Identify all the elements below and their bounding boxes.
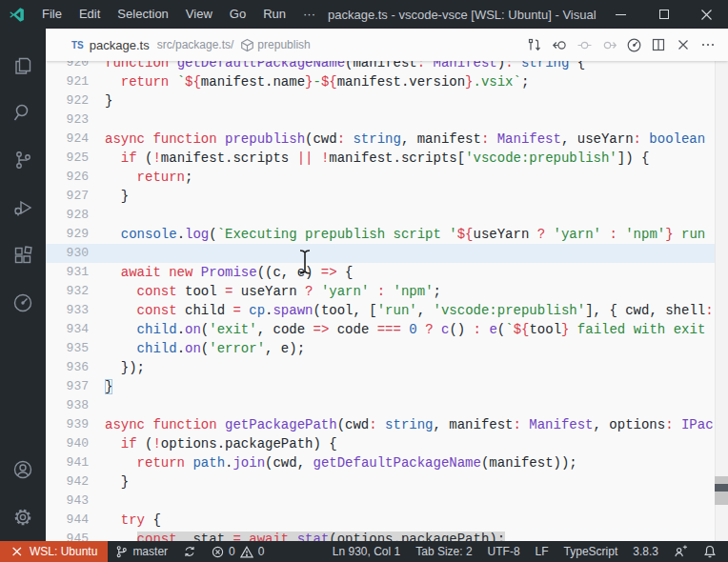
code-line-935[interactable]: 935 child.on('error', e);	[46, 339, 728, 358]
code-line-932[interactable]: 932 const tool = useYarn ? 'yarn' : 'npm…	[46, 282, 728, 301]
timer-icon[interactable]	[0, 279, 46, 327]
code-line-942[interactable]: 942 }	[46, 472, 728, 492]
code-line-934[interactable]: 934 child.on('exit', code => code === 0 …	[46, 320, 728, 339]
line-content: }	[105, 91, 728, 110]
search-icon[interactable]	[0, 89, 46, 136]
code-line-930[interactable]: 930	[46, 244, 728, 263]
code-lines: 920function getDefaultPackageName(manife…	[46, 61, 728, 541]
breadcrumb-symbol[interactable]: prepublish	[257, 38, 310, 51]
menu-edit[interactable]: Edit	[71, 0, 109, 29]
code-line-944[interactable]: 944 try {	[46, 511, 728, 530]
code-line-937[interactable]: 937}	[46, 377, 728, 396]
indentation-setting[interactable]: Tab Size: 2	[408, 541, 479, 562]
line-content: });	[105, 358, 728, 377]
settings-gear-icon[interactable]	[0, 493, 46, 541]
close-window-button[interactable]	[685, 0, 728, 29]
explorer-icon[interactable]	[0, 41, 46, 89]
minimize-icon	[616, 10, 626, 20]
code-line-927[interactable]: 927 }	[46, 187, 728, 206]
language-label: TypeScript	[564, 545, 618, 558]
warnings-count: 0	[258, 545, 265, 558]
problems-indicator[interactable]: 0 0	[204, 541, 272, 562]
editor-toolbar	[522, 32, 728, 57]
line-number: 921	[46, 72, 105, 91]
language-mode[interactable]: TypeScript	[556, 541, 626, 562]
code-line-925[interactable]: 925 if (!manifest.scripts || !manifest.s…	[46, 149, 728, 168]
extensions-icon[interactable]	[0, 231, 46, 279]
line-number: 928	[46, 206, 105, 225]
code-line-923[interactable]: 923	[46, 110, 728, 130]
code-line-924[interactable]: 924async function prepublish(cwd: string…	[46, 130, 728, 149]
line-content: function getDefaultPackageName(manifest:…	[105, 61, 728, 72]
compare-changes-icon[interactable]	[522, 32, 547, 57]
code-line-936[interactable]: 936 });	[46, 358, 728, 377]
close-editor-icon[interactable]	[671, 32, 696, 57]
run-debug-icon[interactable]	[0, 184, 46, 231]
split-editor-icon[interactable]	[646, 32, 671, 57]
git-branch-item[interactable]: master	[108, 541, 175, 562]
eol-label: LF	[536, 545, 549, 558]
eol-setting[interactable]: LF	[528, 541, 556, 562]
code-line-922[interactable]: 922}	[46, 91, 728, 110]
code-line-945[interactable]: 945 const _stat = await stat(options.pac…	[46, 530, 728, 541]
menu-selection[interactable]: Selection	[109, 0, 176, 29]
scrollbar-track[interactable]	[715, 61, 728, 541]
code-line-921[interactable]: 921 return `${manifest.name}-${manifest.…	[46, 72, 728, 91]
next-change-icon[interactable]	[597, 32, 621, 57]
minimize-button[interactable]	[599, 0, 642, 29]
line-content: return `${manifest.name}-${manifest.vers…	[105, 72, 728, 91]
code-line-926[interactable]: 926 return;	[46, 168, 728, 187]
line-number: 935	[46, 339, 105, 358]
menu-view[interactable]: View	[177, 0, 221, 29]
activity-bar	[0, 29, 46, 541]
line-number: 926	[46, 168, 105, 187]
line-number: 925	[46, 149, 105, 168]
status-bar: WSL: Ubuntu master 0 0 Ln 930, Col 1 Tab…	[0, 541, 728, 562]
code-line-941[interactable]: 941 return path.join(cwd, getDefaultPack…	[46, 453, 728, 472]
line-number: 922	[46, 91, 105, 110]
line-content: child.on('error', e);	[105, 339, 728, 358]
line-content: await new Promise((c, e) => {	[105, 263, 728, 282]
line-content	[105, 110, 728, 130]
code-line-933[interactable]: 933 const child = cp.spawn(tool, ['run',…	[46, 301, 728, 320]
code-line-928[interactable]: 928	[46, 206, 728, 225]
timer-run-icon[interactable]	[621, 32, 646, 57]
cursor-position[interactable]: Ln 930, Col 1	[325, 541, 408, 562]
line-content: return path.join(cwd, getDefaultPackageN…	[105, 453, 728, 472]
maximize-button[interactable]	[642, 0, 685, 29]
remote-indicator[interactable]: WSL: Ubuntu	[0, 541, 108, 562]
code-line-940[interactable]: 940 if (!options.packagePath) {	[46, 434, 728, 453]
code-line-939[interactable]: 939async function getPackagePath(cwd: st…	[46, 415, 728, 434]
sync-changes-button[interactable]	[175, 541, 204, 562]
branch-label: master	[132, 545, 168, 558]
encoding-setting[interactable]: UTF-8	[480, 541, 528, 562]
code-line-931[interactable]: 931 await new Promise((c, e) => {	[46, 263, 728, 282]
source-control-icon[interactable]	[0, 136, 46, 184]
code-line-938[interactable]: 938	[46, 396, 728, 415]
previous-change-icon[interactable]	[572, 32, 597, 57]
more-actions-icon[interactable]	[696, 32, 720, 57]
line-number: 945	[46, 530, 105, 541]
typescript-file-icon: TS	[71, 40, 84, 50]
code-line-929[interactable]: 929 console.log(`Executing prepublish sc…	[46, 225, 728, 244]
typescript-version[interactable]: 3.8.3	[625, 541, 666, 562]
feedback-button[interactable]	[666, 541, 696, 562]
menu-file[interactable]: File	[33, 0, 71, 29]
accounts-icon[interactable]	[0, 446, 46, 493]
line-content: const _stat = await stat(options.package…	[105, 530, 728, 541]
code-line-943[interactable]: 943	[46, 492, 728, 511]
open-previous-revision-icon[interactable]	[547, 32, 572, 57]
menu-overflow[interactable]: ···	[294, 0, 324, 29]
line-content	[105, 244, 728, 263]
breadcrumb-filename[interactable]: package.ts	[90, 38, 150, 52]
code-line-920[interactable]: 920function getDefaultPackageName(manife…	[46, 61, 728, 72]
menu-go[interactable]: Go	[221, 0, 254, 29]
vscode-window: { "titlebar": { "menus": { "file": "File…	[0, 0, 728, 562]
line-content	[105, 206, 728, 225]
menu-run[interactable]: Run	[254, 0, 294, 29]
code-editor[interactable]: 920function getDefaultPackageName(manife…	[46, 61, 728, 541]
errors-count: 0	[229, 545, 235, 558]
line-col-label: Ln 930, Col 1	[333, 545, 400, 558]
notifications-button[interactable]	[696, 541, 724, 562]
breadcrumb-path[interactable]: src/package.ts/	[157, 38, 234, 51]
